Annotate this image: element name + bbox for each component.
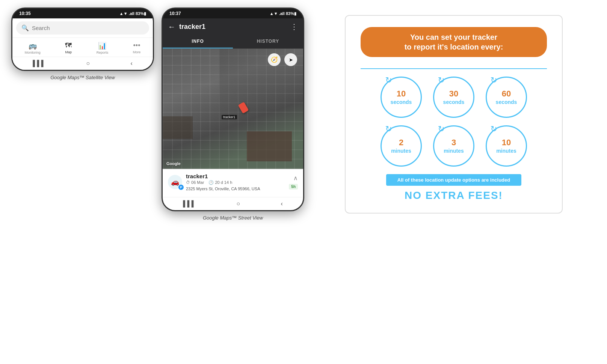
tab-bar: INFO HISTORY	[163, 35, 303, 49]
bottom-nav: 🚌 Monitoring 🗺 Map 📊 Reports ••• More	[12, 38, 153, 57]
search-input[interactable]	[32, 25, 144, 31]
time-num-3: 60	[496, 89, 517, 99]
monitoring-icon: 🚌	[29, 42, 37, 50]
compass-btn2[interactable]: 🧭	[268, 53, 281, 66]
nav-map-label: Map	[65, 50, 72, 54]
arrow-icon-3: ↺	[491, 75, 497, 85]
time-unit-2: seconds	[443, 99, 465, 105]
nav-map[interactable]: 🗺 Map	[61, 41, 75, 55]
tracker-details: tracker1 ⏱ 06 Mar 🕐 20 d 14 h 2325 Myers…	[186, 173, 260, 191]
promo-headline: You can set your trackerto report it's l…	[361, 27, 547, 57]
time-unit-1: seconds	[391, 99, 412, 105]
location-btn2[interactable]: ➤	[284, 53, 297, 66]
time-unit-4: minutes	[391, 148, 411, 154]
circles-row-1: ↺ 10 seconds ↺ 30 seconds ↺ 60 seconds	[361, 77, 547, 118]
nav-monitoring[interactable]: 🚌 Monitoring	[21, 41, 44, 55]
nav-monitoring-label: Monitoring	[25, 51, 41, 54]
phone1-mockup: 10:35 ▲▼ .all 83%▮ 🔍 🧭 ➤ iTrack1TE BOLD …	[11, 8, 154, 71]
time-unit-6: minutes	[496, 148, 516, 154]
tab-history[interactable]: HISTORY	[233, 35, 303, 48]
google-logo2: Google	[166, 161, 181, 166]
promo-card: You can set your trackerto report it's l…	[345, 15, 563, 214]
top-divider	[361, 68, 547, 69]
search-bar[interactable]: 🔍	[16, 21, 149, 35]
home-button[interactable]: ○	[86, 60, 90, 67]
map-icon: 🗺	[65, 42, 72, 50]
tracker-meta: ⏱ 06 Mar 🕐 20 d 14 h	[186, 180, 260, 185]
more-icon: •••	[133, 42, 140, 50]
phone2-time: 10:37	[169, 11, 181, 16]
arrow-icon-4: ↺	[385, 124, 392, 134]
search-icon: 🔍	[21, 24, 29, 32]
circle-60sec: ↺ 60 seconds	[486, 77, 527, 118]
time-num-5: 3	[444, 138, 464, 147]
phone1-caption: Google Maps™ Satellite View	[50, 75, 115, 80]
phone1-signal: ▲▼ .all 83%▮	[119, 11, 146, 16]
back-button[interactable]: ←	[168, 23, 175, 31]
arrow-icon-2: ↺	[438, 75, 445, 85]
app-header: ← tracker1 ⋮	[163, 18, 303, 35]
arrow-icon-6: ↺	[491, 124, 497, 134]
tab-info[interactable]: INFO	[163, 35, 233, 48]
time-unit-5: minutes	[444, 148, 464, 154]
tracker-info-left: 🚗 P tracker1 ⏱ 06 Mar 🕐 20 d 14 h	[168, 173, 260, 191]
circles-row-2: ↺ 2 minutes ↺ 3 minutes ↺ 10 minutes	[361, 125, 547, 167]
phone1-status-bar: 10:35 ▲▼ .all 83%▮	[12, 9, 153, 18]
tracker-date: ⏱ 06 Mar	[186, 180, 204, 185]
phone2-status-bar: 10:37 ▲▼ .all 83%▮	[163, 9, 303, 18]
back-button[interactable]: ‹	[131, 60, 133, 67]
time-badge: 5h	[289, 184, 298, 190]
recents-button[interactable]: ▌▌▌	[33, 60, 45, 67]
promo-panel: You can set your trackerto report it's l…	[312, 8, 596, 221]
phone2-signal: ▲▼ .all 83%▮	[270, 11, 296, 16]
arrow-icon-5: ↺	[438, 124, 445, 134]
street-map[interactable]: tracker1 🧭 ➤ Google	[163, 49, 303, 169]
circle-10sec: ↺ 10 seconds	[381, 77, 422, 118]
nav-reports[interactable]: 📊 Reports	[93, 41, 112, 55]
phone2-mockup: 10:37 ▲▼ .all 83%▮ ← tracker1 ⋮ INFO HIS…	[162, 8, 304, 211]
phone2-android-bar: ▌▌▌ ○ ‹	[163, 197, 303, 210]
time-num-4: 2	[391, 138, 411, 147]
time-num-2: 30	[443, 89, 465, 99]
home-btn2[interactable]: ○	[237, 200, 240, 207]
time-unit-3: seconds	[496, 99, 517, 105]
phone2-caption: Google Maps™ Street View	[203, 215, 263, 221]
reports-icon: 📊	[98, 42, 106, 50]
time-num-6: 10	[496, 138, 516, 147]
more-menu-button[interactable]: ⋮	[290, 22, 298, 31]
circle-3min: ↺ 3 minutes	[433, 125, 474, 167]
phone1-content: 🔍 🧭 ➤ iTrack1TE BOLD (0177) Google 200 m…	[12, 18, 153, 70]
tracker1-map-label: tracker1	[222, 115, 237, 119]
nav-reports-label: Reports	[97, 51, 109, 54]
collapse-button[interactable]: ∧	[293, 174, 298, 182]
circle-2min: ↺ 2 minutes	[381, 125, 422, 167]
arrow-icon-1: ↺	[385, 75, 392, 85]
included-banner: All of these location update options are…	[386, 174, 521, 186]
p-badge: P	[178, 185, 184, 190]
back-btn2[interactable]: ‹	[281, 200, 283, 207]
no-fees-text: NO EXTRA FEES!	[361, 190, 547, 202]
nav-more[interactable]: ••• More	[129, 41, 145, 55]
tracker-duration: 🕐 20 d 14 h	[208, 180, 232, 185]
phone1-android-bar: ▌▌▌ ○ ‹	[12, 57, 153, 70]
nav-more-label: More	[133, 50, 141, 54]
tracker-info-card: 🚗 P tracker1 ⏱ 06 Mar 🕐 20 d 14 h	[163, 169, 303, 197]
tracker-address: 2325 Myers St, Oroville, CA 95966, USA	[186, 187, 260, 191]
tracker-avatar: 🚗 P	[168, 175, 182, 189]
recents-btn2[interactable]: ▌▌▌	[183, 200, 196, 207]
circle-30sec: ↺ 30 seconds	[433, 77, 474, 118]
circle-10min: ↺ 10 minutes	[486, 125, 527, 167]
tracker-name: tracker1	[186, 173, 260, 179]
time-num-1: 10	[391, 89, 412, 99]
tracker-title: tracker1	[179, 23, 287, 31]
phone1-time: 10:35	[19, 11, 31, 16]
tracker-info-header: 🚗 P tracker1 ⏱ 06 Mar 🕐 20 d 14 h	[168, 173, 298, 191]
